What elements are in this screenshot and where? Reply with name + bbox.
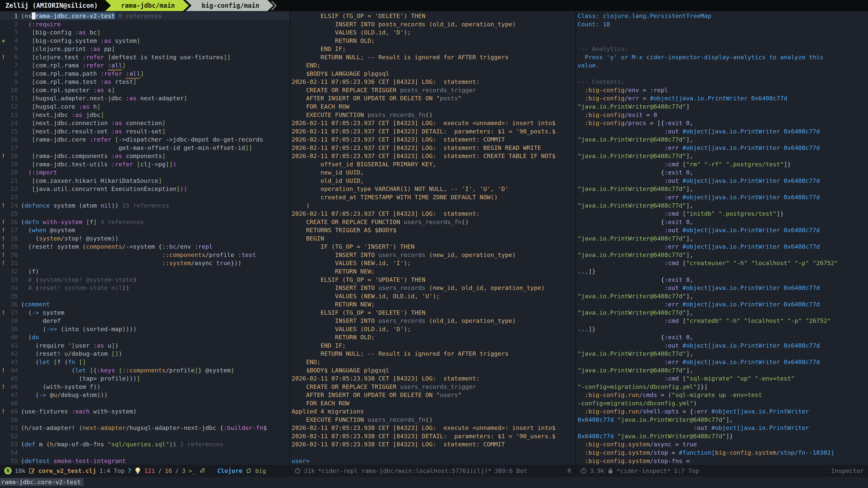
inspector-line[interactable]: :cmd ["initdb" ".postgres/test"]}	[578, 209, 868, 218]
inspector-line[interactable]: {:exit 0,	[578, 168, 868, 176]
repl-output-line[interactable]: CREATE OR REPLACE FUNCTION users_records…	[291, 218, 576, 226]
source-code-line[interactable]: 22 [java.util.concurrent ExecutionExcept…	[0, 185, 289, 193]
source-buffer[interactable]: 1(ns rama-jdbc.core-v2-test 0 references…	[0, 11, 289, 465]
repl-output-line[interactable]: 2026-02-11 07:05:23.937 CET [84323] LOG:…	[291, 209, 576, 218]
source-code-line[interactable]: !28 (system/stop! @system))	[0, 234, 289, 242]
source-code-line[interactable]: 1(ns rama-jdbc.core-v2-test 0 references	[0, 12, 289, 20]
repl-output-line[interactable]: 2026-02-11 07:05:23.937 CET [84323] LOG:…	[291, 144, 576, 152]
source-code-line[interactable]: !29 (reset! system (components/->system …	[0, 242, 289, 251]
source-code-line[interactable]: +4 [big-config.system :as system]	[0, 37, 289, 45]
repl-output-line[interactable]: INSERT INTO users_records (new_id, opera…	[291, 251, 576, 259]
inspector-line[interactable]: :big-config.system/stop-fns =	[578, 457, 868, 465]
source-code-line[interactable]: 17 get-max-offset-id get-min-offset-id]]	[0, 144, 289, 152]
source-code-line[interactable]: 52	[0, 432, 289, 441]
repl-output-line[interactable]: RETURN OLD;	[291, 333, 576, 341]
source-code-line[interactable]: 36(comment	[0, 300, 289, 308]
inspector-line[interactable]: :err #object[java.io.PrintWriter 0x6408c…	[578, 193, 868, 201]
repl-output-line[interactable]: INSERT INTO users_records (new_id, old_i…	[291, 284, 576, 292]
inspector-line[interactable]: "java.io.PrintWriter@6408c77d"],	[578, 135, 868, 144]
inspector-line[interactable]: :cmd ["createuser" "-h" "localhost" "-p"…	[578, 259, 868, 267]
inspector-line[interactable]: "java.io.PrintWriter@6408c77d"],	[578, 366, 868, 375]
repl-output-line[interactable]: VALUES (NEW.id, 'I');	[291, 259, 576, 267]
inspector-line[interactable]	[578, 37, 868, 45]
source-code-line[interactable]: 15 [next.jdbc.result-set :as result-set]	[0, 127, 289, 135]
source-code-line[interactable]: 33 #_(system/stop! @system-state)	[0, 275, 289, 284]
repl-output-line[interactable]: operation_type VARCHAR(1) NOT NULL, -- '…	[291, 185, 576, 193]
source-code-line[interactable]: 21 [com.zaxxer.hikari HikariDataSource]	[0, 176, 289, 185]
source-code-line[interactable]: 39 (->> (into (sorted-map))))	[0, 325, 289, 333]
repl-output-line[interactable]: VALUES (OLD.id, 'D');	[291, 325, 576, 333]
repl-output-line[interactable]: $BODY$ LANGUAGE plpgsql	[291, 69, 576, 78]
repl-output-line[interactable]: EXECUTE FUNCTION users_records_fn()	[291, 416, 576, 424]
repl-output-line[interactable]: RETURN NEW;	[291, 267, 576, 275]
repl-output-line[interactable]: RETURNS TRIGGER AS $BODY$	[291, 226, 576, 234]
source-code-line[interactable]: 10 [com.rpl.specter :as s]	[0, 86, 289, 94]
repl-output-line[interactable]: END;	[291, 61, 576, 69]
repl-pane[interactable]: ELSIF (TG_OP = 'DELETE') THEN INSERT INT…	[290, 11, 576, 477]
inspector-line[interactable]: :err #object[java.io.PrintWriter 0x6408c…	[578, 242, 868, 251]
source-code-line[interactable]: !31 ::system/async true}))	[0, 259, 289, 267]
source-code-line[interactable]: !27 (when @system	[0, 226, 289, 234]
inspector-line[interactable]: :big-config/exit = 0	[578, 111, 868, 119]
repl-output-line[interactable]: 2026-02-11 07:05:23.938 CET [84323] LOG:…	[291, 440, 576, 449]
source-code-line[interactable]: 53(def m (h/map-of-db-fns "sql/queries.s…	[0, 440, 289, 449]
source-code-line[interactable]: !37 (-> system	[0, 308, 289, 317]
source-code-line[interactable]: 11 [hugsql.adapter.next-jdbc :as next-ad…	[0, 94, 289, 102]
source-code-line[interactable]: 5 [clojure.pprint :as pp]	[0, 45, 289, 53]
inspector-line[interactable]	[578, 69, 868, 78]
source-code-line[interactable]: 41 (require '[user :as u])	[0, 341, 289, 350]
source-code-line[interactable]: 7 [com.rpl.rama :refer :all]	[0, 61, 289, 69]
source-code-line[interactable]: 8 [com.rpl.rama.path :refer :all]	[0, 69, 289, 78]
inspector-line[interactable]: "java.io.PrintWriter@6408c77d"],	[578, 292, 868, 300]
repl-output-line[interactable]: user>	[291, 457, 576, 465]
repl-output-line[interactable]: FOR EACH ROW	[291, 102, 576, 111]
repl-output-line[interactable]: offset_id BIGSERIAL PRIMARY KEY,	[291, 160, 576, 168]
repl-output-line[interactable]: )	[291, 201, 576, 210]
repl-output-line[interactable]: 2026-02-11 07:05:23.937 CET [84323] LOG:…	[291, 135, 576, 144]
repl-output-line[interactable]: END;	[291, 358, 576, 366]
inspector-line[interactable]: 0x6408c77d "java.io.PrintWriter@6408c77d…	[578, 432, 868, 441]
inspector-line[interactable]: "java.io.PrintWriter@6408c77d"],	[578, 152, 868, 160]
repl-output-line[interactable]: 2026-02-11 07:05:23.937 CET [84323] LOG:…	[291, 152, 576, 160]
repl-output-line[interactable]: 2026-02-11 07:05:23.937 CET [84323] DETA…	[291, 127, 576, 135]
inspector-line[interactable]: ...]}	[578, 267, 868, 275]
inspector-line[interactable]: :cmd ["rm" "-rf" ".postgres/test"]}	[578, 160, 868, 168]
repl-output-line[interactable]: INSERT INTO posts_records (old_id, opera…	[291, 20, 576, 29]
source-code-line[interactable]: 14 [next.jdbc.connection :as connection]	[0, 119, 289, 127]
source-code-line[interactable]: !6 [clojure.test :refer [deftest is test…	[0, 53, 289, 61]
inspector-line[interactable]: "java.io.PrintWriter@6408c77d"],	[578, 350, 868, 358]
source-code-line[interactable]: 9 [com.rpl.rama.test :as rtest]	[0, 78, 289, 86]
tab-big-config-main[interactable]: big-config/main	[186, 0, 273, 11]
inspector-line[interactable]: :big-config.run/shell-opts = {:err #obje…	[578, 407, 868, 416]
inspector-line[interactable]: --- Contents:	[578, 78, 868, 86]
inspector-line[interactable]: {:exit 0,	[578, 333, 868, 341]
inspector-line[interactable]: "java.io.PrintWriter@6408c77d"],	[578, 201, 868, 210]
source-code-line[interactable]: 12 [hugsql.core :as h]	[0, 102, 289, 111]
inspector-line[interactable]: :big-config.system/stop = #function[big-…	[578, 449, 868, 457]
inspector-line[interactable]: :big-config/err = #object[java.io.PrintW…	[578, 94, 868, 102]
inspector-line[interactable]: "java.io.PrintWriter@6408c77d"],	[578, 185, 868, 193]
inspector-pane[interactable]: Class: clojure.lang.PersistentTreeMapCou…	[576, 11, 868, 477]
inspector-line[interactable]: :out #object[java.io.PrintWriter 0x6408c…	[578, 226, 868, 234]
source-code-line[interactable]: !44 (let [{:keys [::components/profile]}…	[0, 366, 289, 375]
inspector-line[interactable]: :out #object[java.io.PrintWriter 0x6408c…	[578, 127, 868, 135]
source-code-line[interactable]: 13 [next.jdbc :as jdbc]	[0, 111, 289, 119]
source-code-line[interactable]: 54	[0, 449, 289, 457]
inspector-line[interactable]: value.	[578, 61, 868, 69]
source-code-line[interactable]: 38 deref	[0, 317, 289, 325]
repl-output-line[interactable]: 2026-02-11 07:05:23.937 CET [84323] LOG:…	[291, 119, 576, 127]
repl-output-line[interactable]: RETURN NEW;	[291, 300, 576, 308]
inspector-line[interactable]: :out #object[java.io.PrintWriter 0x6408c…	[578, 284, 868, 292]
repl-output-line[interactable]: ELSIF (TG_OP = 'UPDATE') THEN	[291, 275, 576, 284]
editor-pane[interactable]: 1(ns rama-jdbc.core-v2-test 0 references…	[0, 11, 290, 477]
source-code-line[interactable]: 3 [big-config :as bc]	[0, 28, 289, 37]
source-code-line[interactable]: !26(defn with-system [f] 4 references	[0, 218, 289, 226]
inspector-line[interactable]: Class: clojure.lang.PersistentTreeMap	[578, 12, 868, 20]
repl-output-line[interactable]: $BODY$ LANGUAGE plpgsql	[291, 366, 576, 375]
repl-output-line[interactable]: IF (TG_OP = 'INSERT') THEN	[291, 242, 576, 251]
inspector-line[interactable]: :out #object[java.io.PrintWriter 0x6408c…	[578, 341, 868, 350]
inspector-line[interactable]: "java.io.PrintWriter@6408c77d"],	[578, 251, 868, 259]
source-code-line[interactable]: 32 (f)	[0, 267, 289, 275]
inspector-line[interactable]: Count: 18	[578, 20, 868, 29]
source-code-line[interactable]: 50	[0, 416, 289, 424]
